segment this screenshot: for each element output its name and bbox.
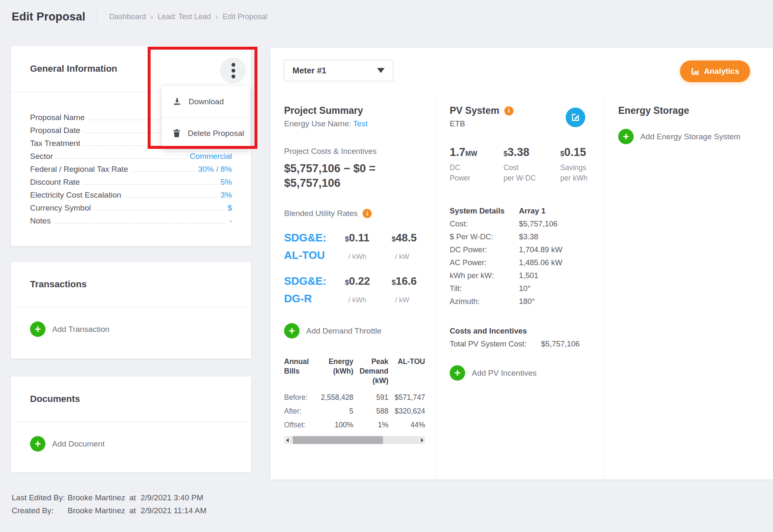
pv-system-title: PV System <box>450 105 499 116</box>
stat-cost-per-wdc: $3.38 Costper W-DC <box>504 146 560 183</box>
energy-rate-unit: / kWh <box>345 291 392 309</box>
plus-icon: + <box>284 323 300 339</box>
trash-icon <box>173 129 181 138</box>
energy-storage-title: Energy Storage <box>618 105 765 116</box>
at-word: at <box>129 491 141 504</box>
plus-icon: + <box>30 321 45 337</box>
energy-rate: $0.22 <box>345 272 392 291</box>
proposal-detail-card: Meter #1 Analytics Project Summary Energ… <box>270 48 773 479</box>
card-menu-dropdown: Download Delete Proposal <box>162 86 250 149</box>
last-edited-time: 2/9/2021 3:40 PM <box>141 491 206 504</box>
add-transaction-label: Add Transaction <box>52 325 109 334</box>
total-pv-cost-row: Total PV System Cost: $5,757,106 <box>450 337 596 350</box>
add-demand-throttle-button[interactable]: + Add Demand Throttle <box>284 323 381 339</box>
last-edited-name: Brooke Martinez <box>68 491 129 504</box>
chevron-down-icon <box>377 68 385 73</box>
audit-info: Last Edited By: Brooke Martinez at 2/9/2… <box>12 491 206 517</box>
detail-row-ac-power: AC Power:1,485.06 kW <box>450 256 596 269</box>
field-row-notes: Notes- <box>30 216 232 229</box>
table-cell: 100% <box>312 418 353 432</box>
leader-line <box>126 197 217 198</box>
cost-equation-line2: $5,757,106 <box>284 176 425 191</box>
meter-select[interactable]: Meter #1 <box>284 60 393 81</box>
scroll-right-arrow[interactable] <box>419 436 425 444</box>
edit-pv-system-button[interactable] <box>566 108 585 127</box>
rate-row-al-tou: SDG&E: AL-TOU $0.11 / kWh $48.5 / kW <box>284 229 425 266</box>
breadcrumb-lead[interactable]: Lead: Test Lead <box>158 13 211 21</box>
at-word: at <box>129 504 141 517</box>
leader-line <box>57 158 186 159</box>
scroll-left-arrow[interactable] <box>284 436 290 444</box>
energy-use-label: Energy Use Name: <box>284 119 351 128</box>
kebab-icon <box>232 63 235 67</box>
energy-storage-column: Energy Storage + Add Energy Storage Syst… <box>604 95 773 479</box>
table-row-label: After: <box>284 404 312 418</box>
add-document-button[interactable]: + Add Document <box>30 436 105 452</box>
detail-row-per-wdc: $ Per W-DC:$3.38 <box>450 230 596 243</box>
field-value: 3% <box>221 191 232 200</box>
leader-line <box>55 223 226 223</box>
breadcrumb-separator: › <box>151 13 153 21</box>
scrollbar-track[interactable] <box>290 436 419 444</box>
detail-columns: Project Summary Energy Use Name: Test Pr… <box>270 95 773 479</box>
field-value: 30% / 8% <box>198 165 232 174</box>
rate-row-dg-r: SDG&E: DG-R $0.22 / kWh $16.6 / kW <box>284 272 425 309</box>
info-icon[interactable]: i <box>363 209 372 218</box>
add-energy-storage-button[interactable]: + Add Energy Storage System <box>618 129 740 144</box>
table-cell: $571,747 <box>388 391 425 404</box>
field-label: Notes <box>30 216 51 226</box>
demand-rate: $16.6 <box>392 272 425 291</box>
kebab-icon <box>232 69 235 73</box>
breadcrumb-dashboard[interactable]: Dashboard <box>109 13 146 21</box>
total-pv-cost-label: Total PV System Cost: <box>450 337 541 350</box>
field-row-cost-escalation: Electricity Cost Escalation3% <box>30 191 232 203</box>
detail-row-dc-power: DC Power:1,704.89 kW <box>450 243 596 256</box>
table-row-label: Before: <box>284 391 312 404</box>
meter-select-value: Meter #1 <box>292 66 326 75</box>
detail-row-kwh-per-kw: kWh per kW:1,501 <box>450 269 596 282</box>
horizontal-scrollbar[interactable] <box>284 436 425 444</box>
blended-rates-row: Blended Utility Rates i <box>284 209 425 218</box>
detail-row-cost: Cost:$5,757,106 <box>450 217 596 230</box>
table-cell: 2,558,428 <box>312 391 353 404</box>
add-pv-incentives-label: Add PV Incentives <box>472 369 536 378</box>
menu-item-download[interactable]: Download <box>162 86 250 117</box>
analytics-button[interactable]: Analytics <box>680 60 750 82</box>
menu-item-label: Delete Proposal <box>188 129 244 138</box>
demand-rate-unit: / kW <box>392 291 425 309</box>
table-header: Annual Bills <box>284 357 312 391</box>
annual-bills-table: Annual Bills Energy (kWh) Peak Demand (k… <box>284 357 425 432</box>
energy-use-row: Energy Use Name: Test <box>284 119 425 128</box>
pv-stats: 1.7MW DCPower $3.38 Costper W-DC $0.15 S… <box>450 146 596 183</box>
add-transaction-button[interactable]: + Add Transaction <box>30 321 109 337</box>
created-by-name: Brooke Martinez <box>68 504 129 517</box>
leader-line <box>95 210 224 211</box>
leader-line <box>84 184 217 185</box>
project-cost-equation: $5,757,106 − $0 = $5,757,106 <box>284 161 425 191</box>
field-row-discount-rate: Discount Rate5% <box>30 178 232 191</box>
analytics-label: Analytics <box>704 67 739 76</box>
documents-card: Documents + Add Document <box>11 376 251 472</box>
demand-rate-unit: / kW <box>392 248 425 266</box>
scrollbar-thumb[interactable] <box>293 436 383 444</box>
rate-schedule: AL-TOU <box>284 246 345 264</box>
table-header: AL-TOU <box>388 357 425 391</box>
project-costs-label: Project Costs & Incentives <box>284 147 425 156</box>
stat-savings-per-kwh: $0.15 Savingsper kWh <box>560 146 596 183</box>
info-icon[interactable]: i <box>504 106 514 115</box>
created-time: 2/9/2021 11:14 AM <box>141 504 206 517</box>
add-energy-storage-label: Add Energy Storage System <box>640 132 740 141</box>
table-cell: 591 <box>353 391 388 404</box>
general-information-header: General Information <box>11 46 251 92</box>
add-pv-incentives-button[interactable]: + Add PV Incentives <box>450 365 536 381</box>
array-header: Array 1 <box>519 204 596 217</box>
menu-item-delete-proposal[interactable]: Delete Proposal <box>162 118 250 149</box>
energy-use-link[interactable]: Test <box>353 119 368 128</box>
detail-row-tilt: Tilt:10° <box>450 282 596 295</box>
breadcrumb-current: Edit Proposal <box>222 13 267 21</box>
table-cell: 588 <box>353 404 388 418</box>
card-menu-button[interactable] <box>220 58 246 83</box>
breadcrumb-separator: › <box>215 13 218 21</box>
table-cell: 44% <box>388 418 425 432</box>
documents-title: Documents <box>30 394 80 404</box>
